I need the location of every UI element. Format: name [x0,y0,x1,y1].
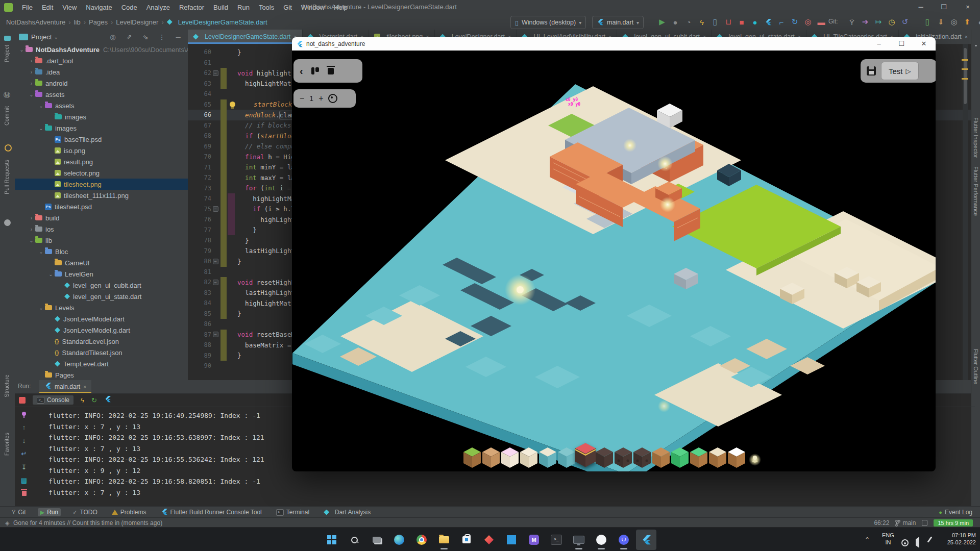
increment-button[interactable]: + [318,94,323,103]
game-viewport[interactable]: x0 y0 x0 y0 ‹ − 1 + Test ▷ [292,51,936,471]
tree-row-notdashsadventure[interactable]: ⌄NotDashsAdventureC:\Users\900su\Documen… [15,44,188,55]
print-icon[interactable]: ▤ [19,475,29,485]
maximize-icon[interactable]: ☐ [934,0,954,14]
tree-row-tilesheet-png[interactable]: tilesheet.png [15,179,188,190]
tree-row--idea[interactable]: ›.idea [15,66,188,78]
menu-item-file[interactable]: File [17,4,37,11]
strip-flutter-inspector[interactable]: Flutter Inspector [973,117,979,158]
tree-row--dart-tool[interactable]: ›.dart_tool [15,55,188,66]
wrench-icon[interactable]: ⌐ [775,16,788,28]
fold-icon[interactable]: − [211,70,219,76]
pull-requests-strip-icon[interactable] [5,144,12,152]
tree-chevron-icon[interactable]: ⌄ [37,305,45,311]
palette-tile-grass[interactable] [462,446,481,470]
run-config-selector[interactable]: main.dart ▾ [592,16,644,29]
strip-flutter-performance[interactable]: Flutter Performance [973,166,979,216]
down-icon[interactable]: ↓ [19,435,29,445]
palette-tile-teal[interactable] [557,446,576,470]
more-icon[interactable]: ⋮ [156,33,167,41]
palette-tile-teal-cream-top[interactable] [538,446,557,470]
taskbar-app-widgets[interactable] [366,530,387,550]
menu-item-view[interactable]: View [58,4,81,11]
scroll-end-icon[interactable]: ↧ [19,462,29,472]
taskbar-app-store[interactable] [456,530,477,550]
tree-chevron-icon[interactable]: ⌄ [37,126,45,131]
menu-item-tools[interactable]: Tools [254,4,279,11]
fold-icon[interactable]: − [211,259,219,264]
hot-restart-icon[interactable]: ↻ [789,16,801,28]
tree-row-standardlevel-json[interactable]: {}StandardLevel.json [15,336,188,347]
taskbar-app-search[interactable] [344,530,364,550]
tree-row-android[interactable]: ›android [15,78,188,89]
tree-row-levelgen[interactable]: ⌄LevelGen [15,268,188,280]
menu-item-build[interactable]: Build [209,4,233,11]
palette-tile-green[interactable] [670,446,689,470]
pen-icon[interactable] [927,536,933,542]
stop-icon[interactable]: ■ [736,16,748,28]
maximize-icon[interactable]: ☐ [890,37,913,51]
menu-item-code[interactable]: Code [117,4,142,11]
close-icon[interactable]: ✕ [913,37,935,51]
tree-row-result-png[interactable]: result.png [15,156,188,167]
git-branch-widget[interactable]: main [895,519,916,527]
palette-tile-red-cake[interactable] [576,446,595,470]
palette-tile-light-orb[interactable] [746,446,765,470]
push-icon[interactable]: ➔ [859,16,871,28]
toolwindow-run[interactable]: ▶Run [38,508,61,516]
fold-icon[interactable]: − [211,206,219,212]
toolwindow-problems[interactable]: Problems [109,508,149,516]
volume-icon[interactable] [916,537,919,548]
hot-restart-icon[interactable]: ϟ [81,396,84,404]
tree-chevron-icon[interactable]: ⌄ [37,249,45,255]
minimize-icon[interactable]: – [868,37,890,51]
palette-tile-light-brown[interactable] [651,446,670,470]
clock[interactable]: 07:18 PM 25-02-2022 [947,532,976,546]
history-icon[interactable]: ◷ [886,16,898,28]
tree-chevron-icon[interactable]: ⌄ [47,271,55,277]
inspect-icon[interactable]: ◎ [802,16,814,28]
run-tab-main-dart[interactable]: main.dart × [39,380,91,393]
breadcrumb-item[interactable]: LevelDesigner [116,18,158,26]
back-icon[interactable]: ‹ [300,65,303,77]
layers-icon[interactable] [311,67,320,75]
tree-row-images[interactable]: ⌄images [15,122,188,134]
breadcrumb-item[interactable]: Pages [89,18,108,26]
palette-tile-dark-brown[interactable] [595,446,614,470]
menu-item-run[interactable]: Run [233,4,254,11]
tree-row-images[interactable]: images [15,111,188,122]
caret-position[interactable]: 66:22 [874,519,889,527]
project-panel-header[interactable]: Project ⌄ ◎⇗⇘⋮─ [15,30,188,44]
taskbar-app-chrome[interactable] [411,530,432,550]
tree-row-level-gen-ui-state-dart[interactable]: level_gen_ui_state.dart [15,291,188,302]
palette-tile-dark-brown-carved[interactable] [614,446,632,470]
search-everywhere-icon[interactable]: ◎ [948,16,960,28]
menu-item-refactor[interactable]: Refactor [175,4,209,11]
device-selector[interactable]: ▯ Windows (desktop) ▾ [510,16,586,29]
tree-row-ios[interactable]: ›ios [15,223,188,235]
tree-row-iso-png[interactable]: iso.png [15,145,188,156]
save-icon[interactable] [867,66,876,76]
hide-icon[interactable]: ─ [173,33,184,41]
tree-row-assets[interactable]: ⌄assets [15,100,188,111]
taskbar-app-round-app[interactable] [591,530,611,550]
tree-row-tilesheet-111x111-png[interactable]: tilesheet_111x111.png [15,190,188,201]
tree-row-gameui[interactable]: GameUI [15,257,188,268]
toolwindow-flutter-build-runner-console-tool[interactable]: Flutter Build Runner Console Tool [158,508,264,517]
rollback-icon[interactable]: ↺ [899,16,911,28]
close-icon[interactable]: × [965,34,968,40]
taskbar-app-purple-app[interactable]: M [524,530,544,550]
menu-item-edit[interactable]: Edit [37,4,58,11]
palette-tile-sand-top[interactable] [708,446,727,470]
flutter-attach-icon[interactable] [762,16,774,28]
tree-row-jsonlevelmodel-g-dart[interactable]: JsonLevelModel.g.dart [15,324,188,336]
tree-row-lib[interactable]: ⌄lib [15,235,188,246]
intention-bulb-icon[interactable] [230,102,235,107]
pin-icon[interactable] [19,409,29,419]
tree-row-level-gen-ui-cubit-dart[interactable]: level_gen_ui_cubit.dart [15,280,188,291]
breadcrumb-item[interactable]: LevelDesignerGameState.dart [167,18,267,26]
branch-icon[interactable]: Ÿ [846,16,858,28]
flutter-icon[interactable] [104,395,111,405]
test-button[interactable]: Test ▷ [881,62,919,80]
tree-row-assets[interactable]: ⌄assets [15,89,188,100]
strip-project[interactable]: Project [4,45,10,62]
